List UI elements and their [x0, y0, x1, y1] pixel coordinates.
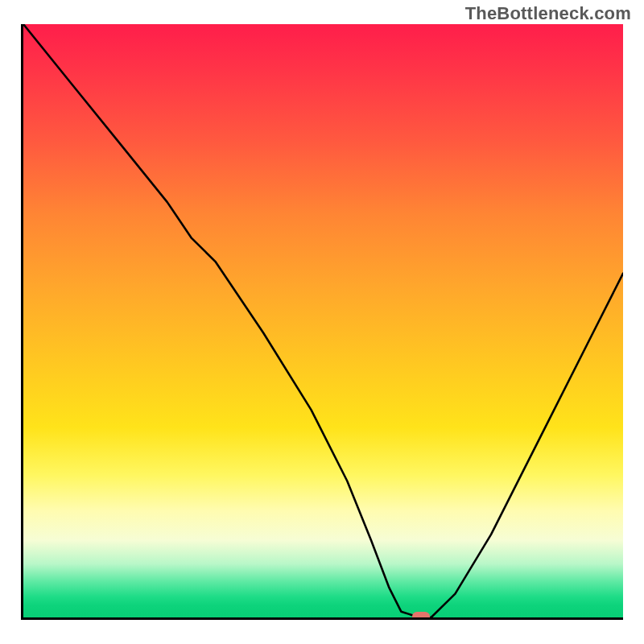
- brand-watermark: TheBottleneck.com: [465, 3, 631, 24]
- chart-area: [21, 24, 623, 620]
- chart-line-series: [23, 24, 623, 617]
- current-point-marker: [412, 612, 430, 620]
